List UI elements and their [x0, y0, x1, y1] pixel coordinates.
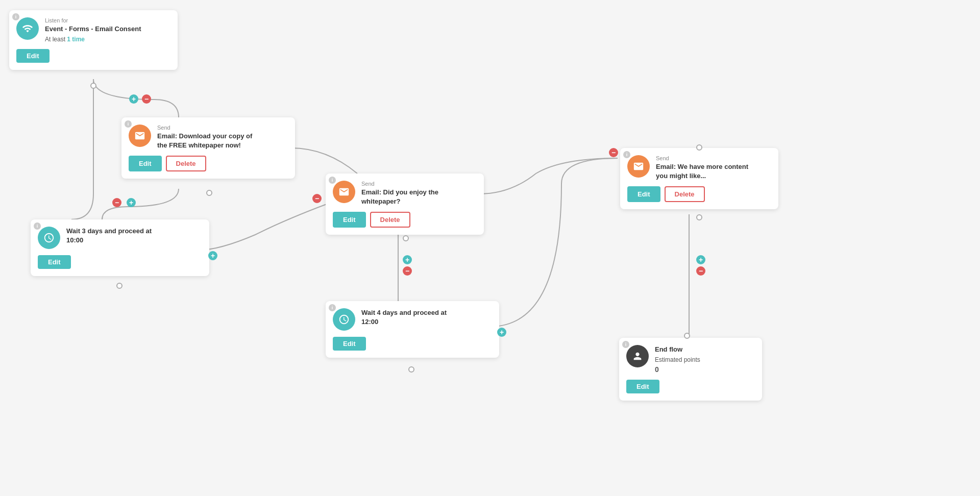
email-svg-2: [338, 186, 350, 197]
listen-title: Event - Forms - Email Consent: [45, 24, 141, 34]
send2-title: Email: Did you enjoy the whitepaper?: [361, 188, 463, 206]
listen-edit-button[interactable]: Edit: [16, 49, 50, 63]
node-send2: i Send Email: Did you enjoy the whitepap…: [326, 173, 484, 235]
wait1-buttons: Edit: [38, 255, 201, 269]
conn-listen-bottom: [90, 83, 96, 89]
wifi-svg: [22, 23, 33, 34]
clock-svg-1: [43, 232, 55, 243]
send3-title: Email: We have more content you might li…: [656, 162, 758, 180]
clock-svg-2: [338, 314, 350, 325]
listen-text: Listen for Event - Forms - Email Consent…: [45, 17, 141, 43]
plus-btn-wait2-right[interactable]: +: [497, 328, 506, 337]
minus-btn-path2[interactable]: −: [609, 148, 618, 157]
send3-edit-button[interactable]: Edit: [627, 186, 660, 202]
plus-btn-send1[interactable]: +: [127, 198, 136, 207]
wait2-buttons: Edit: [333, 337, 491, 351]
wait1-icon: [38, 227, 60, 249]
wait1-title: Wait 3 days and proceed at 10:00: [66, 227, 168, 244]
minus-btn-listen-1[interactable]: −: [142, 94, 151, 104]
minus-btn-send3[interactable]: −: [696, 266, 705, 276]
email-svg-3: [633, 161, 644, 172]
info-icon-send2: i: [329, 177, 336, 184]
send2-label: Send: [361, 181, 463, 187]
send2-text: Send Email: Did you enjoy the whitepaper…: [361, 181, 463, 206]
send2-buttons: Edit Delete: [333, 212, 476, 228]
send3-buttons: Edit Delete: [627, 186, 770, 202]
listen-sub: At least 1 time: [45, 36, 141, 43]
person-svg: [632, 351, 643, 362]
node-listen: i Listen for Event - Forms - Email Conse…: [9, 10, 178, 70]
node-wait2: i Wait 4 days and proceed at 12:00 Edit: [326, 301, 499, 358]
conn-send3-top: [696, 144, 702, 151]
plus-btn-wait1[interactable]: +: [208, 251, 217, 260]
send1-title: Email: Download your copy of the FREE wh…: [157, 132, 259, 150]
send1-delete-button[interactable]: Delete: [166, 156, 206, 171]
conn-wait2-bottom: [408, 366, 414, 373]
info-icon-wait1: i: [34, 222, 41, 230]
end-buttons: Edit: [626, 380, 754, 393]
listen-highlight: 1 time: [67, 36, 85, 43]
wait1-text: Wait 3 days and proceed at 10:00: [66, 227, 168, 244]
send1-text: Send Email: Download your copy of the FR…: [157, 125, 259, 150]
send1-icon: [129, 125, 151, 147]
listen-label: Listen for: [45, 17, 141, 23]
send3-delete-button[interactable]: Delete: [665, 186, 705, 202]
email-svg-1: [134, 130, 145, 141]
info-icon-wait2: i: [329, 304, 336, 311]
minus-btn-send1[interactable]: −: [112, 198, 121, 207]
plus-btn-send3[interactable]: +: [696, 255, 705, 264]
send1-edit-button[interactable]: Edit: [129, 156, 162, 171]
conn-send2-bottom: [403, 235, 409, 241]
plus-btn-listen-1[interactable]: +: [129, 94, 138, 104]
conn-send3-bottom: [696, 214, 702, 220]
listen-icon: [16, 17, 39, 40]
send2-edit-button[interactable]: Edit: [333, 212, 366, 228]
info-icon-end: i: [622, 341, 629, 348]
send1-label: Send: [157, 125, 259, 131]
node-send1: i Send Email: Download your copy of the …: [121, 117, 295, 179]
end-icon: [626, 345, 649, 367]
conn-wait1-bottom: [116, 283, 122, 289]
minus-btn-send2[interactable]: −: [403, 266, 412, 276]
wait2-title: Wait 4 days and proceed at 12:00: [361, 308, 463, 326]
conn-send1-bottom: [206, 190, 212, 196]
info-icon-send3: i: [623, 151, 630, 158]
end-text: End flow Estimated points 0: [655, 345, 700, 374]
send2-icon: [333, 181, 355, 203]
wait1-edit-button[interactable]: Edit: [38, 255, 71, 269]
wait2-icon: [333, 308, 355, 331]
end-title: End flow: [655, 345, 700, 354]
info-icon-send1: i: [125, 120, 132, 128]
end-points: 0: [655, 365, 700, 374]
info-icon-listen: i: [12, 13, 19, 20]
end-edit-button[interactable]: Edit: [626, 380, 659, 393]
node-send3: i Send Email: We have more content you m…: [620, 148, 778, 209]
listen-buttons: Edit: [16, 49, 169, 63]
conn-end-top: [684, 333, 690, 339]
wait2-text: Wait 4 days and proceed at 12:00: [361, 308, 463, 326]
node-end: i End flow Estimated points 0 Edit: [619, 338, 762, 401]
end-sub: Estimated points: [655, 356, 700, 363]
node-wait1: i Wait 3 days and proceed at 10:00 Edit: [31, 219, 209, 276]
plus-btn-send2[interactable]: +: [403, 255, 412, 264]
send3-text: Send Email: We have more content you mig…: [656, 155, 758, 180]
send3-label: Send: [656, 155, 758, 161]
minus-btn-path1[interactable]: −: [312, 194, 322, 203]
send2-delete-button[interactable]: Delete: [370, 212, 410, 228]
send3-icon: [627, 155, 650, 178]
send1-buttons: Edit Delete: [129, 156, 287, 171]
end-sub-label: Estimated points: [655, 356, 700, 363]
wait2-edit-button[interactable]: Edit: [333, 337, 366, 351]
